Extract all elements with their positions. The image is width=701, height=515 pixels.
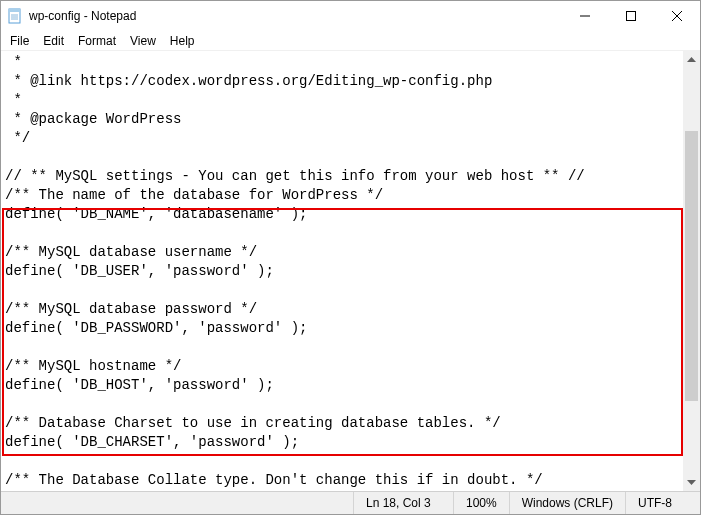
menu-bar: File Edit Format View Help: [1, 31, 700, 50]
text-editor[interactable]: * * @link https://codex.wordpress.org/Ed…: [1, 51, 700, 491]
svg-rect-1: [9, 9, 20, 12]
menu-format[interactable]: Format: [71, 33, 123, 49]
menu-file[interactable]: File: [3, 33, 36, 49]
status-line-ending: Windows (CRLF): [509, 492, 625, 514]
status-bar: Ln 18, Col 3 100% Windows (CRLF) UTF-8: [1, 491, 700, 514]
editor-area: * * @link https://codex.wordpress.org/Ed…: [1, 50, 700, 491]
menu-view[interactable]: View: [123, 33, 163, 49]
svg-marker-10: [687, 480, 696, 485]
maximize-button[interactable]: [608, 1, 654, 31]
window-title: wp-config - Notepad: [29, 9, 136, 23]
scroll-up-arrow[interactable]: [683, 51, 700, 68]
menu-help[interactable]: Help: [163, 33, 202, 49]
scroll-down-arrow[interactable]: [683, 474, 700, 491]
minimize-button[interactable]: [562, 1, 608, 31]
title-bar: wp-config - Notepad: [1, 1, 700, 31]
status-encoding: UTF-8: [625, 492, 700, 514]
notepad-icon: [7, 8, 23, 24]
vertical-scrollbar[interactable]: [683, 51, 700, 491]
status-zoom: 100%: [453, 492, 509, 514]
close-button[interactable]: [654, 1, 700, 31]
scroll-thumb[interactable]: [685, 131, 698, 401]
svg-marker-9: [687, 57, 696, 62]
menu-edit[interactable]: Edit: [36, 33, 71, 49]
svg-rect-6: [627, 12, 636, 21]
status-spacer: [1, 492, 353, 514]
status-cursor-position: Ln 18, Col 3: [353, 492, 453, 514]
